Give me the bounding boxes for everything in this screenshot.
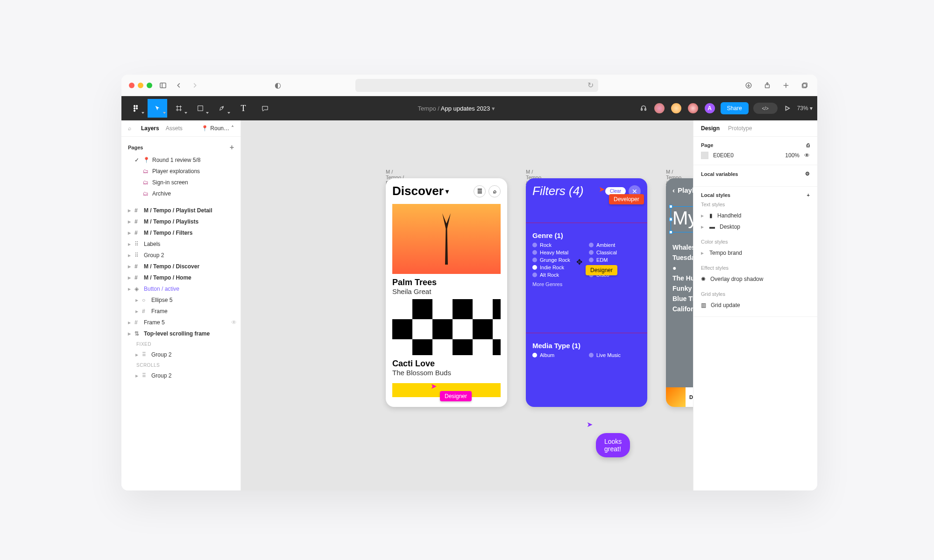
zoom-level[interactable]: 73% ▾ [797,105,813,112]
layer-item[interactable]: ▸#Frame [121,306,241,317]
maximize-window-icon[interactable] [147,83,152,88]
reload-icon[interactable]: ↻ [587,81,594,90]
layer-item[interactable]: ▸#M / Tempo / Discover [121,261,241,272]
tab-assets[interactable]: Assets [166,125,183,132]
layer-item[interactable]: ▸⠿Group 2 [121,370,241,381]
selection-box[interactable] [671,206,693,232]
tabs-overview-icon[interactable] [800,80,810,91]
comment-tool[interactable] [255,99,275,118]
main-menu-button[interactable] [126,99,146,118]
move-tool[interactable] [148,99,167,118]
style-grid-update[interactable]: ▥Grid update [701,300,810,311]
settings-icon[interactable]: ⚙ [805,171,810,177]
browser-window: ◐ ↻ T Tempo / App updates 2023 ▾ A [121,75,817,490]
device-desktop-icon: ▬ [709,224,715,230]
dev-mode-toggle[interactable]: </> [753,103,778,114]
traffic-lights[interactable] [129,83,152,88]
svg-point-18 [222,107,223,108]
layer-item[interactable]: ▸⠿Labels [121,238,241,250]
present-icon[interactable] [782,103,792,113]
tab-prototype[interactable]: Prototype [728,125,752,132]
layer-item[interactable]: ▸◈Button / active [121,283,241,294]
style-desktop[interactable]: ▸▬Desktop [701,221,810,232]
collaborator-avatar-1[interactable] [653,102,665,114]
frame-tool[interactable] [169,99,189,118]
shield-icon[interactable]: ◐ [273,80,283,91]
layer-item[interactable]: ▸#M / Tempo / Home [121,272,241,283]
style-handheld[interactable]: ▸▮Handheld [701,210,810,221]
svg-rect-8 [134,105,135,107]
page-item[interactable]: 🗂Player explorations [128,166,234,177]
bg-swatch[interactable] [701,152,708,159]
search-icon[interactable]: ⌕ [128,125,134,132]
nav-forward-icon[interactable] [190,80,200,91]
discover-title: Discover [392,184,444,198]
share-icon-browser[interactable] [762,80,772,91]
search-icon-ab: ⌕ [488,185,501,197]
new-tab-icon[interactable] [781,80,791,91]
layer-item[interactable]: ▸○Ellipse 5 [121,294,241,306]
page-item[interactable]: ✓📍Round 1 review 5/8 [128,154,234,166]
playlist-row: WhalesongThe Drags [672,242,693,252]
svg-rect-19 [641,109,642,111]
page-item[interactable]: 🗂Sign-in screen [128,177,234,188]
sidebar-toggle-icon[interactable] [158,80,168,91]
layer-item[interactable]: ▸#M / Tempo / Playlist Detail [121,205,241,216]
add-page-icon[interactable]: + [230,143,234,152]
svg-rect-9 [136,105,138,107]
page-item[interactable]: 🗂Archive [128,188,234,199]
style-overlay-shadow[interactable]: ✺Overlay drop shadow [701,273,810,285]
chip-album: Album [540,352,554,358]
cursor-designer2-label: Designer [440,391,472,401]
comment-bubble[interactable]: Looks great! [596,433,630,457]
back-chevron-icon: ‹ [672,186,675,194]
bg-opacity[interactable]: 100% [785,152,800,159]
comment-cursor-icon: ➤ [587,420,593,429]
layer-item[interactable]: ▸#Frame 5👁 [121,317,241,328]
collaborator-avatar-2[interactable] [670,102,682,114]
song-artist-2: The Blossom Buds [386,369,507,380]
nav-back-icon[interactable] [174,80,184,91]
tab-design[interactable]: Design [701,125,720,132]
svg-rect-12 [134,110,135,112]
layer-item[interactable]: ▸⠿Group 2 [121,250,241,261]
artboard-filters[interactable]: Filters (4) Clear ✕ Genre (1) RockAmbien… [526,178,647,407]
shape-tool[interactable] [191,99,210,118]
close-window-icon[interactable] [129,83,134,88]
bg-hex[interactable]: E0E0E0 [713,152,734,159]
now-playing-art [666,387,686,407]
design-canvas[interactable]: M / Tempo / Discover M / Tempo / Filters… [241,120,693,490]
artboard-playlist-detail[interactable]: ‹Playlists ⋯⌕ My Play WhalesongThe Drags… [666,178,693,407]
tab-layers[interactable]: Layers [141,125,159,132]
svg-rect-17 [198,106,203,111]
layer-item[interactable]: ▸#M / Tempo / Playlists [121,216,241,227]
local-variables-header: Local variables [701,171,738,177]
share-button[interactable]: Share [721,102,749,114]
address-bar[interactable]: ↻ [355,79,598,92]
style-tempo-brand[interactable]: ▸Tempo brand [701,247,810,259]
export-icon[interactable]: ⎙ [807,142,810,148]
layer-item[interactable]: ▸⇅Top-level scrolling frame [121,328,241,339]
song-title-2: Cacti Love [386,355,507,369]
file-title[interactable]: Tempo / App updates 2023 ▾ [276,105,637,112]
add-style-icon[interactable]: + [807,192,810,198]
song-title-1: Palm Trees [386,274,507,287]
text-tool[interactable]: T [234,99,253,118]
media-header: Media Type (1) [526,333,647,352]
minimize-window-icon[interactable] [138,83,143,88]
song-artist-1: Sheila Great [386,287,507,299]
layer-item[interactable]: ▸⠿Group 2 [121,349,241,360]
audio-icon[interactable] [638,103,649,113]
page-selector[interactable]: 📍 Roun… ˄ [201,125,234,132]
device-phone-icon: ▮ [709,212,713,219]
pages-header: Pages [128,145,143,150]
layer-item[interactable]: ▸#M / Tempo / Filters [121,227,241,238]
artboard-discover[interactable]: Discover ▾ ☰ ⌕ Palm Trees Sheila Great C… [386,178,507,407]
visibility-icon[interactable]: 👁 [804,152,810,159]
current-user-avatar[interactable]: A [704,102,716,114]
more-genres: More Genres [526,278,647,291]
collaborator-avatar-3[interactable] [687,102,699,114]
download-icon[interactable] [743,80,754,91]
pen-tool[interactable] [212,99,232,118]
layer-section-label: FIXED [121,339,241,349]
